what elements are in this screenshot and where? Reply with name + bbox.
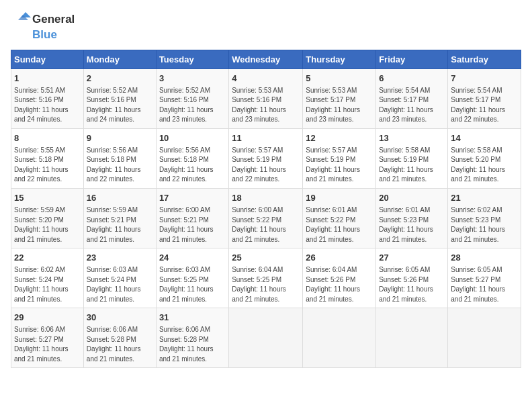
calendar-cell: 5Sunrise: 5:53 AM Sunset: 5:17 PM Daylig… xyxy=(303,68,376,128)
day-number: 19 xyxy=(306,192,373,204)
day-number: 24 xyxy=(159,252,226,264)
day-info: Sunrise: 5:56 AM Sunset: 5:18 PM Dayligh… xyxy=(87,146,153,185)
day-number: 22 xyxy=(14,252,81,264)
logo-general: General xyxy=(32,13,75,26)
day-info: Sunrise: 5:54 AM Sunset: 5:17 PM Dayligh… xyxy=(379,86,445,125)
day-number: 20 xyxy=(379,192,445,204)
calendar-week-row: 29Sunrise: 6:06 AM Sunset: 5:27 PM Dayli… xyxy=(11,308,521,368)
calendar-cell: 9Sunrise: 5:56 AM Sunset: 5:18 PM Daylig… xyxy=(83,128,156,188)
day-number: 5 xyxy=(306,73,373,85)
day-number: 30 xyxy=(87,312,153,324)
calendar-cell: 28Sunrise: 6:05 AM Sunset: 5:27 PM Dayli… xyxy=(448,248,521,308)
day-number: 12 xyxy=(306,132,373,144)
day-number: 27 xyxy=(379,252,445,264)
calendar-cell xyxy=(229,308,303,368)
day-number: 17 xyxy=(159,192,226,204)
day-info: Sunrise: 6:03 AM Sunset: 5:24 PM Dayligh… xyxy=(87,265,153,304)
weekday-header-thursday: Thursday xyxy=(303,50,376,68)
calendar-cell: 18Sunrise: 6:00 AM Sunset: 5:22 PM Dayli… xyxy=(229,188,303,248)
calendar-cell: 2Sunrise: 5:52 AM Sunset: 5:16 PM Daylig… xyxy=(83,68,156,128)
calendar-cell: 13Sunrise: 5:58 AM Sunset: 5:19 PM Dayli… xyxy=(376,128,448,188)
day-info: Sunrise: 6:04 AM Sunset: 5:25 PM Dayligh… xyxy=(232,265,300,304)
calendar-cell: 8Sunrise: 5:55 AM Sunset: 5:18 PM Daylig… xyxy=(11,128,84,188)
day-number: 26 xyxy=(306,252,373,264)
day-info: Sunrise: 6:01 AM Sunset: 5:22 PM Dayligh… xyxy=(306,205,373,244)
calendar-cell: 30Sunrise: 6:06 AM Sunset: 5:28 PM Dayli… xyxy=(83,308,156,368)
day-number: 31 xyxy=(159,312,226,324)
day-number: 25 xyxy=(232,252,300,264)
day-info: Sunrise: 6:05 AM Sunset: 5:27 PM Dayligh… xyxy=(451,265,518,304)
day-info: Sunrise: 6:04 AM Sunset: 5:26 PM Dayligh… xyxy=(306,265,373,304)
calendar-cell: 14Sunrise: 5:58 AM Sunset: 5:20 PM Dayli… xyxy=(448,128,521,188)
day-number: 6 xyxy=(379,73,445,85)
day-number: 9 xyxy=(87,132,153,144)
calendar-cell: 25Sunrise: 6:04 AM Sunset: 5:25 PM Dayli… xyxy=(229,248,303,308)
day-number: 28 xyxy=(451,252,518,264)
day-number: 11 xyxy=(232,132,300,144)
day-info: Sunrise: 5:53 AM Sunset: 5:16 PM Dayligh… xyxy=(232,86,300,125)
calendar-cell: 26Sunrise: 6:04 AM Sunset: 5:26 PM Dayli… xyxy=(303,248,376,308)
day-info: Sunrise: 6:00 AM Sunset: 5:21 PM Dayligh… xyxy=(159,205,226,244)
calendar-cell: 6Sunrise: 5:54 AM Sunset: 5:17 PM Daylig… xyxy=(376,68,448,128)
day-info: Sunrise: 6:00 AM Sunset: 5:22 PM Dayligh… xyxy=(232,205,300,244)
calendar-cell: 17Sunrise: 6:00 AM Sunset: 5:21 PM Dayli… xyxy=(156,188,228,248)
day-number: 4 xyxy=(232,73,300,85)
day-info: Sunrise: 5:58 AM Sunset: 5:19 PM Dayligh… xyxy=(379,146,445,185)
day-info: Sunrise: 5:59 AM Sunset: 5:20 PM Dayligh… xyxy=(14,205,81,244)
day-number: 21 xyxy=(451,192,518,204)
day-number: 15 xyxy=(14,192,81,204)
day-number: 2 xyxy=(87,73,153,85)
day-info: Sunrise: 5:58 AM Sunset: 5:20 PM Dayligh… xyxy=(451,146,518,185)
calendar-cell: 21Sunrise: 6:02 AM Sunset: 5:23 PM Dayli… xyxy=(448,188,521,248)
calendar-cell: 29Sunrise: 6:06 AM Sunset: 5:27 PM Dayli… xyxy=(11,308,84,368)
day-info: Sunrise: 6:02 AM Sunset: 5:24 PM Dayligh… xyxy=(14,265,81,304)
calendar-cell: 19Sunrise: 6:01 AM Sunset: 5:22 PM Dayli… xyxy=(303,188,376,248)
weekday-header-wednesday: Wednesday xyxy=(229,50,303,68)
calendar-cell: 7Sunrise: 5:54 AM Sunset: 5:17 PM Daylig… xyxy=(448,68,521,128)
logo: General Blue xyxy=(11,11,75,42)
calendar-cell: 4Sunrise: 5:53 AM Sunset: 5:16 PM Daylig… xyxy=(229,68,303,128)
calendar-cell: 16Sunrise: 5:59 AM Sunset: 5:21 PM Dayli… xyxy=(83,188,156,248)
weekday-header-tuesday: Tuesday xyxy=(156,50,228,68)
day-info: Sunrise: 6:02 AM Sunset: 5:23 PM Dayligh… xyxy=(451,205,518,244)
calendar-cell: 23Sunrise: 6:03 AM Sunset: 5:24 PM Dayli… xyxy=(83,248,156,308)
calendar-cell: 24Sunrise: 6:03 AM Sunset: 5:25 PM Dayli… xyxy=(156,248,228,308)
day-info: Sunrise: 6:03 AM Sunset: 5:25 PM Dayligh… xyxy=(159,265,226,304)
calendar-cell xyxy=(376,308,448,368)
calendar-cell: 1Sunrise: 5:51 AM Sunset: 5:16 PM Daylig… xyxy=(11,68,84,128)
calendar-week-row: 8Sunrise: 5:55 AM Sunset: 5:18 PM Daylig… xyxy=(11,128,521,188)
weekday-header-saturday: Saturday xyxy=(448,50,521,68)
day-info: Sunrise: 5:56 AM Sunset: 5:18 PM Dayligh… xyxy=(159,146,226,185)
day-info: Sunrise: 5:52 AM Sunset: 5:16 PM Dayligh… xyxy=(159,86,226,125)
calendar-cell: 22Sunrise: 6:02 AM Sunset: 5:24 PM Dayli… xyxy=(11,248,84,308)
day-number: 3 xyxy=(159,73,226,85)
day-number: 13 xyxy=(379,132,445,144)
weekday-header-monday: Monday xyxy=(83,50,156,68)
calendar-cell: 27Sunrise: 6:05 AM Sunset: 5:26 PM Dayli… xyxy=(376,248,448,308)
day-info: Sunrise: 5:53 AM Sunset: 5:17 PM Dayligh… xyxy=(306,86,373,125)
logo-bird-icon xyxy=(11,11,31,28)
day-info: Sunrise: 6:01 AM Sunset: 5:23 PM Dayligh… xyxy=(379,205,445,244)
calendar-week-row: 15Sunrise: 5:59 AM Sunset: 5:20 PM Dayli… xyxy=(11,188,521,248)
day-info: Sunrise: 5:51 AM Sunset: 5:16 PM Dayligh… xyxy=(14,86,81,125)
calendar-table: SundayMondayTuesdayWednesdayThursdayFrid… xyxy=(11,50,521,369)
day-info: Sunrise: 5:57 AM Sunset: 5:19 PM Dayligh… xyxy=(232,146,300,185)
calendar-header: SundayMondayTuesdayWednesdayThursdayFrid… xyxy=(11,50,521,68)
day-number: 16 xyxy=(87,192,153,204)
day-number: 1 xyxy=(14,73,81,85)
day-info: Sunrise: 5:57 AM Sunset: 5:19 PM Dayligh… xyxy=(306,146,373,185)
calendar-week-row: 1Sunrise: 5:51 AM Sunset: 5:16 PM Daylig… xyxy=(11,68,521,128)
calendar-cell: 12Sunrise: 5:57 AM Sunset: 5:19 PM Dayli… xyxy=(303,128,376,188)
day-number: 8 xyxy=(14,132,81,144)
day-number: 7 xyxy=(451,73,518,85)
page-header: General Blue xyxy=(11,11,521,42)
day-info: Sunrise: 6:06 AM Sunset: 5:28 PM Dayligh… xyxy=(87,325,153,364)
calendar-cell: 20Sunrise: 6:01 AM Sunset: 5:23 PM Dayli… xyxy=(376,188,448,248)
calendar-cell xyxy=(448,308,521,368)
calendar-week-row: 22Sunrise: 6:02 AM Sunset: 5:24 PM Dayli… xyxy=(11,248,521,308)
weekday-header-friday: Friday xyxy=(376,50,448,68)
logo-blue: Blue xyxy=(32,28,57,42)
day-number: 10 xyxy=(159,132,226,144)
day-number: 14 xyxy=(451,132,518,144)
day-number: 29 xyxy=(14,312,81,324)
